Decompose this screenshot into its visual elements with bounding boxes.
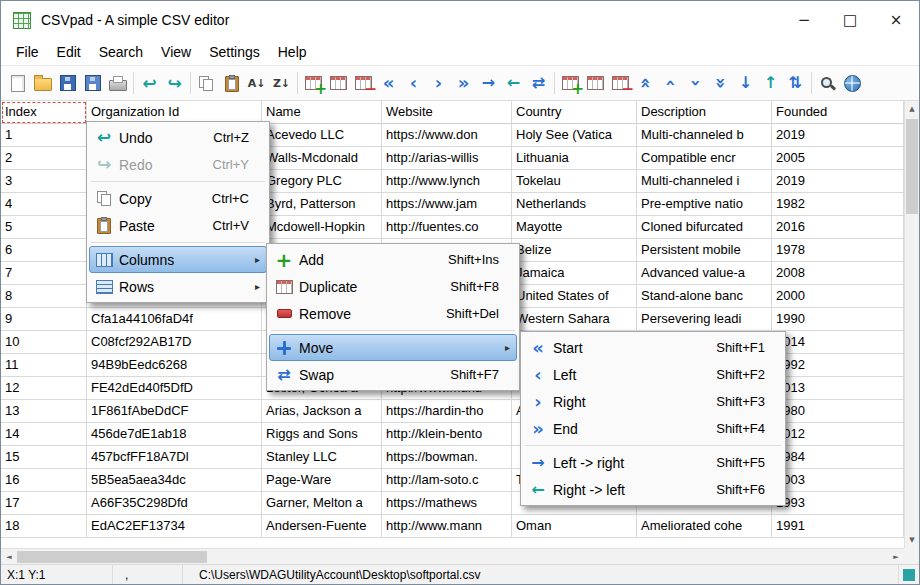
grid-cell[interactable]: Andersen-Fuente: [262, 515, 382, 538]
grid-cell[interactable]: 5: [1, 216, 87, 239]
grid-cell[interactable]: Page-Ware: [262, 469, 382, 492]
grid-cell[interactable]: 2012: [772, 423, 904, 446]
header-cell[interactable]: Description: [637, 101, 772, 124]
scroll-up-icon[interactable]: [905, 101, 919, 117]
vertical-scroll-thumb[interactable]: [906, 119, 918, 214]
grid-cell[interactable]: https://www.jam: [382, 193, 512, 216]
grid-cell[interactable]: 11: [1, 354, 87, 377]
grid-cell[interactable]: http://lam-soto.c: [382, 469, 512, 492]
menuitem-copy[interactable]: CopyCtrl+C: [89, 185, 267, 212]
grid-cell[interactable]: 8: [1, 285, 87, 308]
col-add-button[interactable]: [301, 70, 326, 96]
menuitem-right-left[interactable]: ←Right -> leftShift+F6: [523, 476, 783, 503]
row-shift-up-button[interactable]: ↑: [758, 70, 783, 96]
new-file-button[interactable]: [5, 70, 30, 96]
grid-cell[interactable]: https://www.don: [382, 124, 512, 147]
paste-button[interactable]: [219, 70, 244, 96]
grid-cell[interactable]: Netherlands: [512, 193, 637, 216]
grid-cell[interactable]: Multi-channeled i: [637, 170, 772, 193]
grid-cell[interactable]: 2014: [772, 331, 904, 354]
grid-cell[interactable]: 18: [1, 515, 87, 538]
scroll-right-icon[interactable]: [888, 549, 904, 564]
grid-cell[interactable]: 1993: [772, 492, 904, 515]
grid-cell[interactable]: Holy See (Vatica: [512, 124, 637, 147]
grid-cell[interactable]: Garner, Melton a: [262, 492, 382, 515]
grid-cell[interactable]: FE42dEd40f5DfD: [87, 377, 262, 400]
grid-cell[interactable]: 1984: [772, 446, 904, 469]
menuitem-end[interactable]: »EndShift+F4: [523, 415, 783, 442]
grid-cell[interactable]: 1978: [772, 239, 904, 262]
grid-cell[interactable]: 10: [1, 331, 87, 354]
menuitem-swap[interactable]: ⇄SwapShift+F7: [269, 361, 517, 388]
grid-cell[interactable]: Byrd, Patterson: [262, 193, 382, 216]
row-move-up-button[interactable]: ‹: [658, 70, 683, 96]
row-shift-down-button[interactable]: ↓: [733, 70, 758, 96]
menubar-settings[interactable]: Settings: [200, 41, 269, 63]
grid-cell[interactable]: Gregory PLC: [262, 170, 382, 193]
web-button[interactable]: [840, 70, 865, 96]
col-move-start-button[interactable]: «: [376, 70, 401, 96]
grid-cell[interactable]: http://www.lynch: [382, 170, 512, 193]
menuitem-remove[interactable]: RemoveShift+Del: [269, 300, 517, 327]
grid-cell[interactable]: 2013: [772, 377, 904, 400]
sort-asc-button[interactable]: A↓: [244, 70, 269, 96]
row-move-bottom-button[interactable]: »: [708, 70, 733, 96]
grid-cell[interactable]: 2008: [772, 262, 904, 285]
vertical-scrollbar[interactable]: [904, 101, 919, 548]
grid-cell[interactable]: http://arias-willis: [382, 147, 512, 170]
grid-cell[interactable]: 9: [1, 308, 87, 331]
close-button[interactable]: ×: [873, 1, 919, 39]
grid-cell[interactable]: Western Sahara: [512, 308, 637, 331]
header-cell[interactable]: Country: [512, 101, 637, 124]
menuitem-add[interactable]: +AddShift+Ins: [269, 246, 517, 273]
menubar-view[interactable]: View: [152, 41, 200, 63]
header-cell[interactable]: Name: [262, 101, 382, 124]
menuitem-paste[interactable]: PasteCtrl+V: [89, 212, 267, 239]
grid-cell[interactable]: 1990: [772, 308, 904, 331]
menubar-file[interactable]: File: [7, 41, 48, 63]
grid-cell[interactable]: Jamaica: [512, 262, 637, 285]
grid-cell[interactable]: https://hardin-tho: [382, 400, 512, 423]
grid-cell[interactable]: Compatible encr: [637, 147, 772, 170]
save-button[interactable]: [55, 70, 80, 96]
row-move-down-button[interactable]: ›: [683, 70, 708, 96]
grid-cell[interactable]: https://mathews: [382, 492, 512, 515]
grid-cell[interactable]: EdAC2EF13734: [87, 515, 262, 538]
grid-cell[interactable]: Pre-emptive natio: [637, 193, 772, 216]
grid-cell[interactable]: 2019: [772, 124, 904, 147]
grid-cell[interactable]: Ameliorated cohe: [637, 515, 772, 538]
grid-cell[interactable]: 12: [1, 377, 87, 400]
grid-cell[interactable]: Persevering leadi: [637, 308, 772, 331]
grid-cell[interactable]: 457bcfFF18A7Dl: [87, 446, 262, 469]
print-button[interactable]: [105, 70, 130, 96]
col-swap-button[interactable]: ⇄: [526, 70, 551, 96]
grid-cell[interactable]: 1992: [772, 354, 904, 377]
grid-cell[interactable]: 1982: [772, 193, 904, 216]
maximize-button[interactable]: □: [827, 1, 873, 39]
grid-cell[interactable]: Advanced value-a: [637, 262, 772, 285]
header-cell[interactable]: Founded: [772, 101, 904, 124]
horizontal-scrollbar[interactable]: [1, 548, 904, 564]
grid-cell[interactable]: Mayotte: [512, 216, 637, 239]
sort-desc-button[interactable]: Z↓: [269, 70, 294, 96]
grid-cell[interactable]: 13: [1, 400, 87, 423]
grid-cell[interactable]: 15: [1, 446, 87, 469]
col-move-end-button[interactable]: »: [451, 70, 476, 96]
grid-cell[interactable]: 16: [1, 469, 87, 492]
col-shift-right-button[interactable]: →: [476, 70, 501, 96]
grid-cell[interactable]: Cloned bifurcated: [637, 216, 772, 239]
menuitem-left-right[interactable]: →Left -> rightShift+F5: [523, 449, 783, 476]
scroll-left-icon[interactable]: [1, 549, 17, 564]
menuitem-columns[interactable]: Columns▸: [89, 246, 267, 273]
grid-cell[interactable]: Cfa1a44106faD4f: [87, 308, 262, 331]
grid-cell[interactable]: Multi-channeled b: [637, 124, 772, 147]
row-duplicate-button[interactable]: [583, 70, 608, 96]
grid-cell[interactable]: A66F35C298Dfd: [87, 492, 262, 515]
col-remove-button[interactable]: [351, 70, 376, 96]
grid-cell[interactable]: 7: [1, 262, 87, 285]
grid-cell[interactable]: Stand-alone banc: [637, 285, 772, 308]
col-shift-left-button[interactable]: ←: [501, 70, 526, 96]
grid-cell[interactable]: 1: [1, 124, 87, 147]
grid-cell[interactable]: 456de7dE1ab18: [87, 423, 262, 446]
grid-cell[interactable]: Mcdowell-Hopkin: [262, 216, 382, 239]
